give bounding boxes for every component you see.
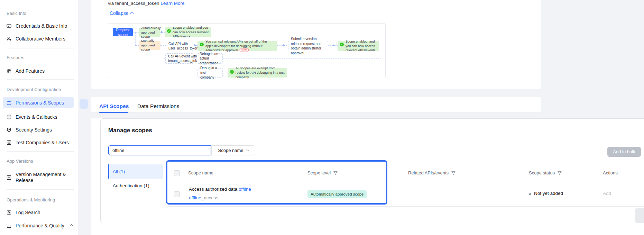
code-square-icon [6,140,12,145]
add-in-bulk-button[interactable]: Add in bulk [607,147,641,157]
sidebar-item-security-settings[interactable]: Security Settings [3,124,74,135]
connector [223,58,381,59]
sidebar-item-performance-quality[interactable]: Performance & Quality [3,220,74,231]
scopes-table: Scope name Scope level Related APIs/even… [168,165,644,235]
arrow-right-icon: ▶ [333,44,335,47]
sidebar-item-permissions-scopes[interactable]: Permissions & Scopes [3,97,74,108]
filter-label: All (1) [113,169,125,174]
search-filter-dropdown[interactable]: Scope name [211,145,255,155]
divider [7,79,74,80]
node-label: Scope enabled, and you can now access re… [173,26,209,39]
filter-item-all[interactable]: All (1) [108,164,163,179]
connector [195,73,197,73]
filter-funnel-icon[interactable] [557,171,562,175]
page-title: Manage scopes [108,127,152,134]
connector [163,58,165,59]
node-manually-approved: Manually approved scope [139,41,160,50]
active-filter-bar [108,164,109,179]
column-label: Related APIs/events [408,170,449,175]
node-debug-without-approval: ✓You can call relevant APIs on behalf of… [197,41,277,51]
column-header-actions: Actions [603,165,618,181]
panel-scroll-indicator [80,99,88,109]
tab-bar: API Scopes Data Permissions [91,97,541,113]
check-circle-icon: ✓ [340,43,344,46]
search-filter-value: Scope name [218,148,243,153]
sidebar-item-events-callbacks[interactable]: Events & Callbacks [3,111,74,123]
node-exempt-from-review: ✓All scopes are exempt from review for A… [228,68,287,78]
sidebar-item-label: Events & Callbacks [16,114,57,120]
connector [277,45,288,46]
scope-name-line: Access authorized data offline [189,187,251,193]
node-label: You can call relevant APIs on behalf of … [205,39,275,53]
active-tab-underline [99,112,128,113]
tab-api-scopes[interactable]: API Scopes [99,103,129,109]
node-label: Call API with user_access_token [168,42,198,51]
sidebar-item-version-management[interactable]: Version Management & Release [3,169,74,187]
node-call-api-user-token: Call API with user_access_token [166,41,193,51]
filter-item-authentication[interactable]: Authentication (1) [108,179,163,193]
shield-check-icon [6,127,12,133]
row-checkbox[interactable] [174,191,180,197]
sidebar-item-label: Collaborative Members [16,36,65,42]
scope-status-cell: Not yet added [534,191,563,196]
scope-id-cell: offline_access [189,195,218,200]
floating-helper-widget[interactable] [635,208,644,223]
scope-name-match[interactable]: offline [239,187,251,192]
sidebar-item-add-features[interactable]: Add Features [3,65,74,76]
scope-id-match[interactable]: offline [189,195,201,200]
scope-id-suffix: _access [201,195,219,200]
sidebar-item-label: Credentials & Basic Info [16,23,67,29]
divider [599,165,599,206]
node-label: Debug in an actual organization [200,52,220,66]
section-label-app-versions: App Versions [7,159,72,164]
column-header-scope-status: Scope status [529,165,562,181]
check-circle-icon: ✓ [200,43,204,46]
add-action-link[interactable]: Add [603,191,611,196]
sidebar-item-label: Test Companies & Users [16,140,69,145]
column-header-scope-name: Scope name [188,165,213,181]
node-submit-release-request: Submit a version release request and obt… [288,41,328,51]
sidebar-item-label: Security Settings [16,127,52,133]
node-label: Call API/event with tenant_access_token [168,54,201,63]
scope-name-text: Access authorized data [189,187,239,192]
search-input[interactable] [108,145,211,155]
filter-funnel-icon[interactable] [333,171,338,175]
briefcase-icon [6,100,12,106]
collapse-link[interactable]: Collapse [110,10,133,16]
node-label: Submit a version release request and obt… [291,37,325,55]
intro-text: via tenant_access_token.Learn More [108,1,184,6]
node-request-scope: Request scope [113,28,133,36]
collapse-label: Collapse [110,10,128,16]
node-label: All scopes are exempt from review for AP… [236,66,285,79]
divider [7,151,74,152]
sidebar-item-log-search[interactable]: Log Search [3,207,74,218]
filter-funnel-icon[interactable] [451,171,456,175]
divider [7,189,74,190]
divider [168,181,644,181]
scope-name-cell: Access authorized data offline [189,187,251,192]
section-label-development-configuration: Development Configuration [7,87,72,92]
node-label: Request scope [115,27,130,37]
arrow-right-icon: ▶ [161,31,163,34]
sidebar-item-collaborative-members[interactable]: Collaborative Members [3,33,74,44]
connector [223,73,228,73]
scope-level-badge: Automatically approved scope [307,190,367,198]
sidebar-item-test-companies-users[interactable]: Test Companies & Users [3,137,74,148]
divider [168,206,644,207]
person-add-icon [6,36,12,42]
connector [133,32,139,33]
learn-more-link[interactable]: Learn More [160,1,184,6]
related-apis-cell: - [410,191,411,196]
tab-data-permissions[interactable]: Data Permissions [137,103,179,109]
arrow-right-icon: ▶ [283,44,285,47]
grid-add-icon [6,68,12,74]
chevron-down-icon [246,148,249,151]
manage-scopes-panel: Manage scopes Scope name Add in bulk All… [100,118,644,223]
upload-square-icon [6,175,12,180]
sidebar-item-credentials[interactable]: Credentials & Basic Info [3,20,74,31]
select-all-checkbox[interactable] [174,170,180,176]
status-dot-icon [529,193,531,195]
connector [135,45,139,46]
node-label: Debug in a test company [200,66,220,80]
chevron-up-icon[interactable] [70,224,73,227]
